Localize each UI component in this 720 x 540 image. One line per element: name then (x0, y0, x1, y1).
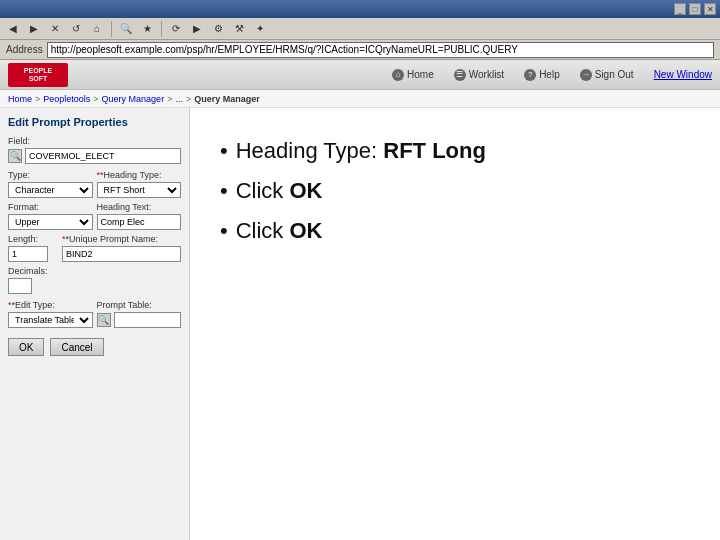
instruction-list: • Heading Type: RFT Long • Click OK • Cl… (220, 138, 690, 258)
address-bar: Address (0, 40, 720, 60)
unique-prompt-input[interactable] (62, 246, 181, 262)
search-icon[interactable]: 🔍 (117, 20, 135, 38)
separator-2 (161, 21, 162, 37)
type-heading-row: Type: Character **Heading Type: RFT Shor… (8, 170, 181, 198)
edittype-prompt-row: **Edit Type: Translate Table Prompt Tabl… (8, 300, 181, 328)
heading-type-col: **Heading Type: RFT Short RFT Long None … (97, 170, 182, 198)
edit-type-label: **Edit Type: (8, 300, 93, 310)
go-button[interactable]: ▶ (188, 20, 206, 38)
decimals-input[interactable] (8, 278, 32, 294)
breadcrumb-home[interactable]: Home (8, 94, 32, 104)
home-nav-link[interactable]: ⌂ Home (392, 69, 434, 81)
type-label: Type: (8, 170, 93, 180)
format-label: Format: (8, 202, 93, 212)
breadcrumb-sep-1: > (35, 94, 40, 104)
back-button[interactable]: ◀ (4, 20, 22, 38)
field-input-wrapper: 🔍 (8, 148, 181, 164)
field-label: Field: (8, 136, 181, 146)
format-heading-text-row: Format: Upper Heading Text: (8, 202, 181, 230)
prompt-table-input[interactable] (114, 312, 182, 328)
help-nav-link[interactable]: ? Help (524, 69, 560, 81)
heading-text-col: Heading Text: (97, 202, 182, 230)
refresh-icon-2[interactable]: ⟳ (167, 20, 185, 38)
ok-button[interactable]: OK (8, 338, 44, 356)
separator-1 (111, 21, 112, 37)
stop-button[interactable]: ✕ (46, 20, 64, 38)
breadcrumb-dots: ... (175, 94, 183, 104)
home-button[interactable]: ⌂ (88, 20, 106, 38)
ps-nav-links: ⌂ Home ☰ Worklist ? Help → Sign Out New … (392, 69, 712, 81)
refresh-button[interactable]: ↺ (67, 20, 85, 38)
address-input[interactable] (47, 42, 714, 58)
breadcrumb-sep-3: > (167, 94, 172, 104)
heading-text-input[interactable] (97, 214, 182, 230)
instruction-text-3: Click OK (236, 218, 323, 244)
format-col: Format: Upper (8, 202, 93, 230)
field-group: Field: 🔍 (8, 136, 181, 164)
instruction-item-3: • Click OK (220, 218, 690, 244)
home-nav-icon: ⌂ (392, 69, 404, 81)
peoplesoft-logo: PEOPLESOFT (8, 63, 68, 87)
length-input[interactable] (8, 246, 48, 262)
format-select[interactable]: Upper (8, 214, 93, 230)
breadcrumb-peopletools[interactable]: Peopletools (43, 94, 90, 104)
breadcrumb-current: Query Manager (194, 94, 260, 104)
forward-button[interactable]: ▶ (25, 20, 43, 38)
edit-type-select[interactable]: Translate Table (8, 312, 93, 328)
instruction-text-1: Heading Type: RFT Long (236, 138, 486, 164)
help-nav-icon: ? (524, 69, 536, 81)
favorites-icon[interactable]: ★ (138, 20, 156, 38)
star-icon[interactable]: ✦ (251, 20, 269, 38)
cancel-button[interactable]: Cancel (50, 338, 103, 356)
instruction-text-2: Click OK (236, 178, 323, 204)
form-buttons: OK Cancel (8, 338, 181, 356)
unique-prompt-label: **Unique Prompt Name: (62, 234, 181, 244)
field-input[interactable] (25, 148, 181, 164)
prompt-table-icon[interactable]: 🔍 (97, 313, 111, 327)
heading-text-label: Heading Text: (97, 202, 182, 212)
heading-type-select[interactable]: RFT Short RFT Long None Text (97, 182, 182, 198)
form-panel: Edit Prompt Properties Field: 🔍 Type: Ch… (0, 108, 190, 540)
instruction-item-2: • Click OK (220, 178, 690, 204)
minimize-button[interactable]: _ (674, 3, 686, 15)
type-select[interactable]: Character (8, 182, 93, 198)
signout-nav-link[interactable]: → Sign Out (580, 69, 634, 81)
bullet-1: • (220, 138, 228, 164)
length-unique-row: Length: **Unique Prompt Name: (8, 234, 181, 262)
prompt-table-wrapper: 🔍 (97, 312, 182, 328)
maximize-button[interactable]: □ (689, 3, 701, 15)
decimals-group: Decimals: (8, 266, 181, 294)
length-label: Length: (8, 234, 58, 244)
tools2-icon[interactable]: ⚒ (230, 20, 248, 38)
breadcrumb-sep-2: > (93, 94, 98, 104)
instruction-panel: • Heading Type: RFT Long • Click OK • Cl… (190, 108, 720, 540)
main-content: Edit Prompt Properties Field: 🔍 Type: Ch… (0, 108, 720, 540)
type-col: Type: Character (8, 170, 93, 198)
field-lookup-icon[interactable]: 🔍 (8, 149, 22, 163)
decimals-label: Decimals: (8, 266, 181, 276)
worklist-nav-link[interactable]: ☰ Worklist (454, 69, 504, 81)
edit-type-col: **Edit Type: Translate Table (8, 300, 93, 328)
instruction-item-1: • Heading Type: RFT Long (220, 138, 690, 164)
bullet-2: • (220, 178, 228, 204)
address-label: Address (6, 44, 43, 55)
prompt-table-col: Prompt Table: 🔍 (97, 300, 182, 328)
breadcrumb-querymanager[interactable]: Query Manager (102, 94, 165, 104)
worklist-nav-icon: ☰ (454, 69, 466, 81)
breadcrumb-sep-4: > (186, 94, 191, 104)
new-window-link[interactable]: New Window (654, 69, 712, 80)
close-window-button[interactable]: ✕ (704, 3, 716, 15)
form-title: Edit Prompt Properties (8, 116, 181, 128)
breadcrumb: Home > Peopletools > Query Manager > ...… (0, 90, 720, 108)
unique-prompt-col: **Unique Prompt Name: (62, 234, 181, 262)
ps-header: PEOPLESOFT ⌂ Home ☰ Worklist ? Help → Si… (0, 60, 720, 90)
signout-nav-icon: → (580, 69, 592, 81)
tools-icon[interactable]: ⚙ (209, 20, 227, 38)
prompt-table-label: Prompt Table: (97, 300, 182, 310)
bullet-3: • (220, 218, 228, 244)
browser-toolbar: ◀ ▶ ✕ ↺ ⌂ 🔍 ★ ⟳ ▶ ⚙ ⚒ ✦ (0, 18, 720, 40)
title-bar: _ □ ✕ (0, 0, 720, 18)
length-col: Length: (8, 234, 58, 262)
heading-type-label: **Heading Type: (97, 170, 182, 180)
